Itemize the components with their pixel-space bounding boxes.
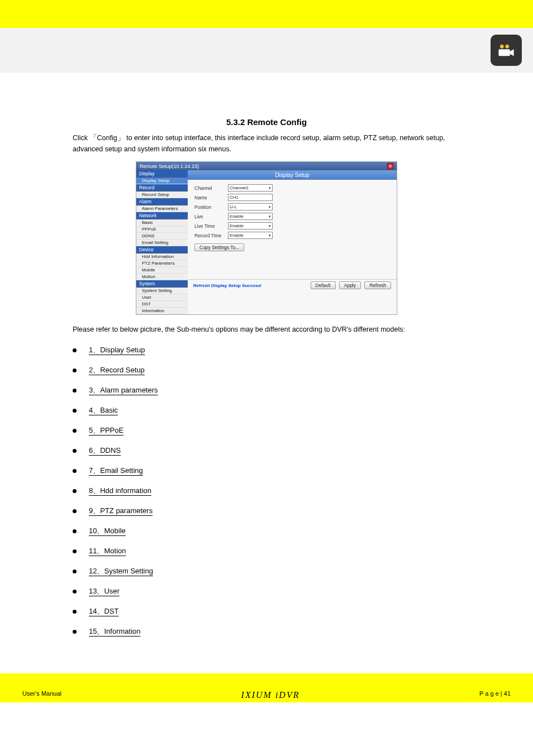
submenu-outline-list: 1、Display Setup 2、Record Setup 3、Alarm p… (0, 345, 533, 637)
list-item: 14、DST (73, 606, 460, 616)
footer-left: User's Manual (22, 690, 61, 700)
apply-button[interactable]: Apply (339, 281, 361, 289)
bullet-icon (73, 369, 77, 372)
list-item: 9、PTZ parameters (73, 506, 460, 516)
svg-point-0 (500, 45, 504, 49)
bullet-icon (73, 610, 77, 614)
bullet-icon (73, 489, 77, 493)
nav-item-user[interactable]: User (136, 294, 188, 301)
svg-point-1 (505, 45, 509, 49)
select-position[interactable]: U-L (228, 203, 273, 210)
sidebar-nav: Display Display Setup Record Record Setu… (136, 170, 188, 314)
nav-item-pppoe[interactable]: PPPoE (136, 226, 188, 233)
bullet-icon (73, 509, 77, 513)
bullet-icon (73, 389, 77, 393)
footer-model: IXIUM iDVR (241, 690, 300, 700)
list-item: 1、Display Setup (73, 345, 460, 355)
window-title: Remote Setup(10.1.24.23) (140, 164, 199, 169)
section-title: 5.3.2 Remote Config (0, 117, 533, 127)
nav-cat-display[interactable]: Display (136, 170, 188, 178)
list-item: 13、User (73, 586, 460, 596)
select-livetime[interactable]: Enable (228, 222, 273, 229)
screenshot-remote-setup: Remote Setup(10.1.24.23) × Display Displ… (136, 161, 397, 315)
nav-item-motion[interactable]: Motion (136, 274, 188, 280)
nav-cat-network[interactable]: Network (136, 212, 188, 219)
nav-item-hdd[interactable]: Hdd Information (136, 253, 188, 260)
nav-item-ptz[interactable]: PTZ Parameters (136, 260, 188, 267)
camera-icon (491, 35, 522, 66)
bullet-icon (73, 469, 77, 473)
bullet-icon (73, 549, 77, 553)
nav-item-dst[interactable]: DST (136, 301, 188, 308)
bullet-icon (73, 529, 77, 533)
label-live: Live (194, 214, 228, 219)
label-position: Position (194, 204, 228, 210)
nav-item-alarm-parameters[interactable]: Alarm Parameters (136, 205, 188, 212)
nav-item-email[interactable]: Email Setting (136, 240, 188, 246)
footer-right: P a g e | 41 (479, 690, 511, 700)
nav-item-record-setup[interactable]: Record Setup (136, 192, 188, 198)
intro-paragraph: Click 「Config」 to enter into setup inter… (0, 132, 533, 155)
input-name[interactable]: CH1 (228, 194, 273, 201)
footer-band: User's Manual IXIUM iDVR P a g e | 41 (0, 673, 533, 702)
label-channel: Channel (194, 185, 228, 191)
nav-cat-alarm[interactable]: Alarm (136, 198, 188, 205)
bullet-icon (73, 429, 77, 433)
nav-item-ddns[interactable]: DDNS (136, 233, 188, 240)
nav-cat-record[interactable]: Record (136, 184, 188, 192)
label-recordtime: Record Time (194, 233, 228, 238)
nav-item-basic[interactable]: Basic (136, 219, 188, 226)
label-livetime: Live Time (194, 223, 228, 229)
bullet-icon (73, 348, 77, 352)
nav-item-information[interactable]: Information (136, 308, 188, 314)
subnote-paragraph: Please refer to below picture, the Sub-m… (0, 324, 533, 335)
list-item: 5、PPPoE (73, 425, 460, 436)
list-item: 2、Record Setup (73, 365, 460, 375)
bullet-icon (73, 570, 77, 573)
select-live[interactable]: Enable (228, 213, 273, 220)
panel-title: Display Setup (188, 170, 397, 180)
label-name: Name (194, 195, 228, 200)
list-item: 8、Hdd information (73, 486, 460, 496)
list-item: 15、Information (73, 626, 460, 637)
window-titlebar: Remote Setup(10.1.24.23) × (136, 162, 397, 170)
nav-cat-system[interactable]: System (136, 280, 188, 288)
select-recordtime[interactable]: Enable (228, 232, 273, 239)
copy-settings-button[interactable]: Copy Settings To... (194, 243, 244, 251)
select-channel[interactable]: Channel1 (228, 184, 273, 192)
list-item: 7、Email Setting (73, 466, 460, 476)
nav-item-display-setup[interactable]: Display Setup (136, 178, 188, 184)
list-item: 12、System Setting (73, 566, 460, 576)
list-item: 10、Mobile (73, 526, 460, 536)
bullet-icon (73, 630, 77, 634)
list-item: 4、Basic (73, 405, 460, 415)
close-icon[interactable]: × (387, 163, 393, 169)
status-message: Refresh Display Setup Success! (193, 283, 261, 288)
svg-rect-2 (498, 49, 510, 56)
nav-cat-device[interactable]: Device (136, 246, 188, 253)
list-item: 6、DDNS (73, 446, 460, 456)
nav-item-system-setting[interactable]: System Setting (136, 288, 188, 294)
nav-item-mobile[interactable]: Mobile (136, 267, 188, 274)
top-yellow-bar (0, 0, 533, 28)
header-band (0, 28, 533, 73)
list-item: 11、Motion (73, 546, 460, 556)
bullet-icon (73, 449, 77, 453)
default-button[interactable]: Default (311, 281, 336, 289)
bullet-icon (73, 590, 77, 594)
list-item: 3、Alarm parameters (73, 385, 460, 395)
refresh-button[interactable]: Refresh (364, 281, 391, 289)
bullet-icon (73, 409, 77, 413)
